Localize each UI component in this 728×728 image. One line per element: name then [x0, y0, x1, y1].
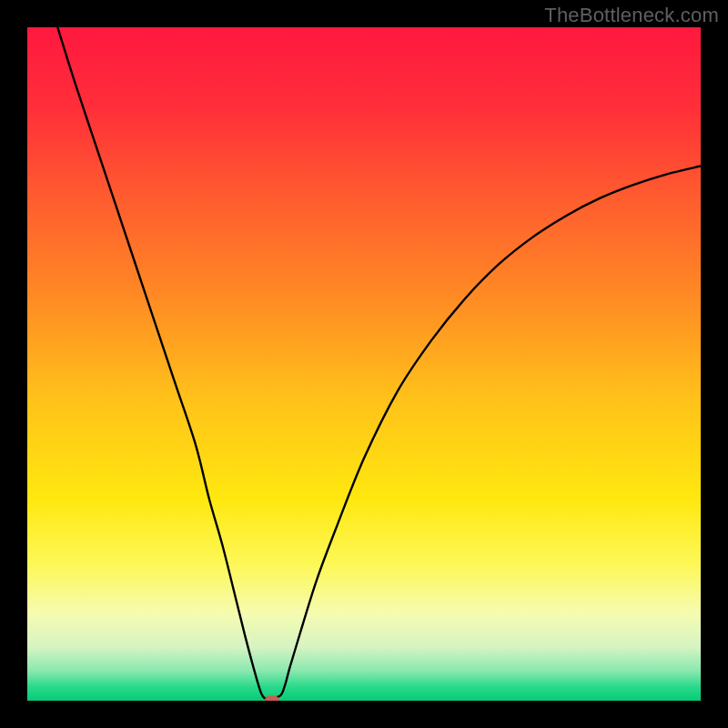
watermark-text: TheBottleneck.com: [544, 4, 719, 27]
bottleneck-curve: [57, 27, 701, 699]
plot-area: [27, 27, 701, 701]
curve-layer: [27, 27, 701, 701]
chart-frame: TheBottleneck.com: [0, 0, 728, 728]
optimal-marker: [265, 696, 279, 702]
